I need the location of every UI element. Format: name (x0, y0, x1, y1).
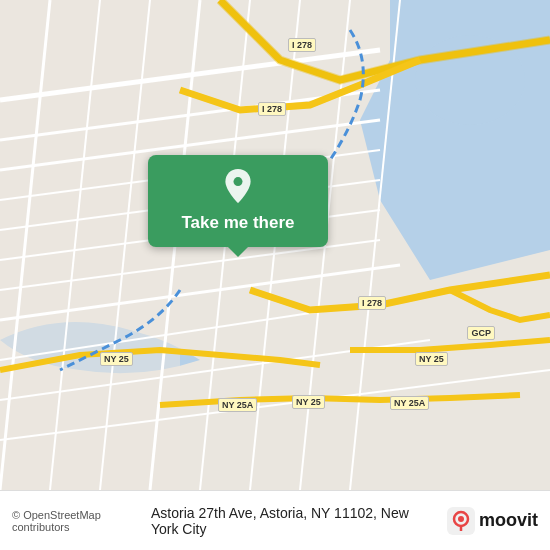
moovit-icon (447, 507, 475, 535)
location-text: Astoria 27th Ave, Astoria, NY 11102, New… (151, 505, 439, 537)
osm-attribution: © OpenStreetMap contributors (12, 509, 151, 533)
road-label-gcp: GCP (467, 326, 495, 340)
road-label-i278-mid: I 278 (258, 102, 286, 116)
road-label-ny25a-right: NY 25A (390, 396, 429, 410)
road-label-ny25-left: NY 25 (100, 352, 133, 366)
road-label-ny25-right: NY 25 (415, 352, 448, 366)
location-info: Astoria 27th Ave, Astoria, NY 11102, New… (151, 505, 538, 537)
button-label: Take me there (181, 213, 294, 233)
road-label-ny25a-mid: NY 25A (218, 398, 257, 412)
take-me-there-button[interactable]: Take me there (148, 155, 328, 247)
road-label-i278-bot: I 278 (358, 296, 386, 310)
road-label-i278-top: I 278 (288, 38, 316, 52)
svg-point-27 (458, 516, 464, 522)
pin-icon (220, 169, 256, 205)
map-view: I 278 I 278 I 278 NY 25 NY 25 NY 25 NY 2… (0, 0, 550, 490)
svg-point-23 (234, 177, 243, 186)
moovit-logo: moovit (447, 507, 538, 535)
attribution-bar: © OpenStreetMap contributors Astoria 27t… (0, 490, 550, 550)
moovit-text: moovit (479, 510, 538, 531)
road-label-ny25-mid: NY 25 (292, 395, 325, 409)
